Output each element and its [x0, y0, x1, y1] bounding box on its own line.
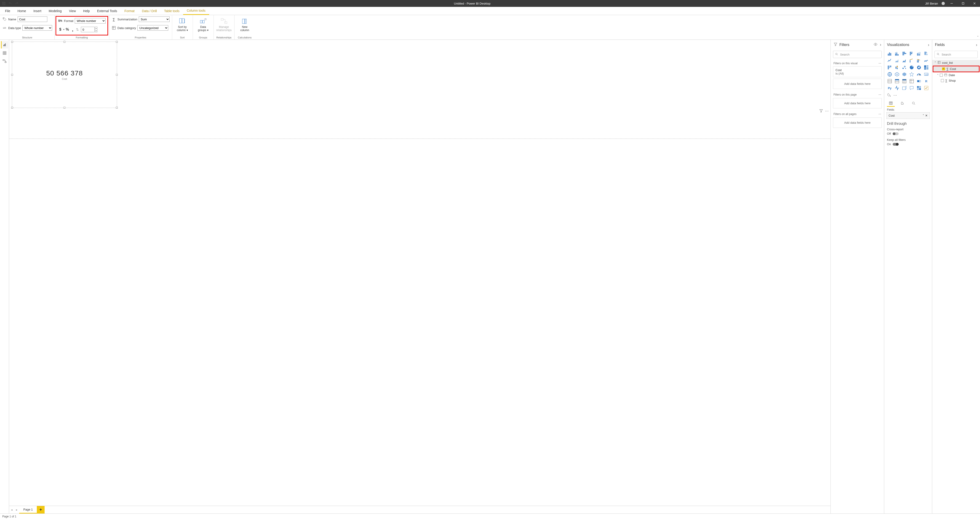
card-visual[interactable]: 50 566 378 Cost — [12, 41, 117, 108]
tab-data-drill[interactable]: Data / Drill — [138, 7, 161, 15]
visual-more-icon[interactable]: ⋯ — [825, 109, 829, 114]
field-well-cost[interactable]: Cost ˅✕ — [886, 112, 930, 119]
filter-card-cost[interactable]: Cost is (All) — [833, 66, 882, 77]
viz-type-16[interactable] — [916, 64, 922, 70]
viz-tab-analytics[interactable] — [910, 100, 918, 107]
drop-zone-page[interactable]: Add data fields here — [833, 98, 882, 108]
cross-report-toggle[interactable] — [892, 132, 899, 135]
viz-type-10[interactable] — [916, 57, 922, 64]
visual-filter-icon[interactable] — [819, 109, 823, 114]
dropdown-caret-icon[interactable]: ▾ — [63, 29, 64, 31]
summarization-select[interactable]: Sum — [139, 16, 170, 22]
format-select[interactable]: Whole number — [75, 18, 106, 24]
viz-type-28[interactable] — [916, 78, 922, 84]
field-cost[interactable]: ∑Cost — [933, 66, 979, 72]
spinner-icon[interactable]: ▴▾ — [95, 27, 97, 32]
collapse-pane-icon[interactable]: › — [976, 43, 977, 47]
tab-insert[interactable]: Insert — [30, 7, 45, 15]
name-input[interactable] — [18, 16, 47, 22]
viz-type-35[interactable] — [923, 85, 929, 91]
checkbox[interactable] — [942, 67, 945, 70]
viz-type-20[interactable] — [901, 71, 908, 77]
page-next-button[interactable]: ▸ — [14, 506, 19, 513]
paint-bucket-icon[interactable] — [887, 93, 891, 98]
tab-modeling[interactable]: Modeling — [45, 7, 65, 15]
report-view-button[interactable] — [1, 41, 8, 48]
viz-type-0[interactable] — [886, 51, 893, 57]
category-select[interactable]: Uncategorized — [137, 25, 168, 31]
tab-help[interactable]: Help — [80, 7, 94, 15]
chevron-down-icon[interactable]: ˅ — [923, 114, 924, 117]
viz-type-2[interactable] — [901, 51, 908, 57]
viz-type-18[interactable] — [886, 71, 893, 77]
minimize-button[interactable] — [947, 0, 956, 7]
sort-by-column-button[interactable]: Sort bycolumn ▾ — [174, 16, 191, 34]
tab-column-tools[interactable]: Column tools — [183, 7, 209, 15]
table-row-costlist[interactable]: ˄ cost_list — [932, 60, 980, 65]
save-icon[interactable] — [2, 1, 6, 6]
datatype-select[interactable]: Whole number — [22, 25, 52, 31]
remove-field-icon[interactable]: ✕ — [925, 114, 928, 117]
viz-type-15[interactable] — [908, 64, 915, 70]
viz-type-19[interactable] — [894, 71, 900, 77]
viz-type-34[interactable] — [916, 85, 922, 91]
viz-type-26[interactable] — [901, 78, 908, 84]
tab-view[interactable]: View — [65, 7, 80, 15]
decimals-input[interactable] — [81, 27, 95, 32]
viz-type-14[interactable] — [901, 64, 908, 70]
checkbox[interactable] — [941, 79, 944, 82]
viz-type-29[interactable]: R — [923, 78, 929, 84]
fields-search[interactable]: Search — [934, 51, 978, 58]
viz-tab-fields[interactable] — [887, 100, 895, 107]
collapse-pane-icon[interactable]: › — [928, 43, 929, 47]
data-view-button[interactable] — [1, 49, 8, 57]
more-icon[interactable]: ⋯ — [878, 62, 881, 65]
checkbox[interactable] — [940, 73, 943, 76]
viz-type-25[interactable] — [894, 78, 900, 84]
viz-type-11[interactable] — [923, 57, 929, 64]
viz-type-4[interactable] — [916, 51, 922, 57]
filters-search[interactable]: Search — [833, 51, 882, 58]
close-button[interactable] — [970, 0, 979, 7]
viz-type-1[interactable] — [894, 51, 900, 57]
add-page-button[interactable]: + — [37, 506, 45, 514]
field-date[interactable]: ˅Date — [932, 72, 980, 78]
redo-icon[interactable] — [14, 1, 19, 6]
viz-type-17[interactable] — [923, 64, 929, 70]
model-view-button[interactable] — [1, 57, 8, 65]
new-column-button[interactable]: Newcolumn — [237, 16, 253, 34]
viz-type-5[interactable] — [923, 51, 929, 57]
page-tab[interactable]: Page 1 — [19, 506, 37, 514]
viz-type-31[interactable] — [894, 85, 900, 91]
viz-type-32[interactable] — [901, 85, 908, 91]
tab-table-tools[interactable]: Table tools — [161, 7, 183, 15]
thousands-icon[interactable]: , — [70, 27, 75, 32]
data-groups-button[interactable]: Datagroups ▾ — [195, 16, 211, 34]
more-icon[interactable]: ⋯ — [878, 113, 881, 116]
collapse-pane-icon[interactable]: › — [880, 42, 881, 47]
eye-icon[interactable] — [873, 42, 878, 47]
viz-type-13[interactable] — [894, 64, 900, 70]
ribbon-collapse-icon[interactable]: ˄ — [977, 35, 978, 39]
percent-icon[interactable]: % — [65, 27, 70, 32]
field-shop[interactable]: ∑Shop — [932, 78, 980, 83]
tab-external-tools[interactable]: External Tools — [94, 7, 121, 15]
viz-type-27[interactable] — [908, 78, 915, 84]
tab-file[interactable]: File — [2, 7, 14, 15]
currency-icon[interactable]: $ — [58, 27, 63, 32]
viz-type-23[interactable]: 123 — [923, 71, 929, 77]
maximize-button[interactable] — [959, 0, 968, 7]
report-canvas[interactable]: 50 566 378 Cost ⋯ — [9, 40, 830, 506]
viz-type-33[interactable] — [908, 85, 915, 91]
avatar[interactable] — [942, 2, 945, 5]
more-icon[interactable]: ⋯ — [878, 93, 881, 96]
drop-zone-all[interactable]: Add data fields here — [833, 118, 882, 128]
viz-type-7[interactable] — [894, 57, 900, 64]
viz-tab-format[interactable] — [898, 100, 906, 107]
keep-filters-toggle[interactable] — [892, 143, 899, 146]
viz-type-8[interactable] — [901, 57, 908, 64]
more-icon[interactable]: ⋯ — [893, 93, 897, 97]
undo-icon[interactable] — [8, 1, 13, 6]
user-name[interactable]: Jiří Beran — [925, 2, 938, 5]
viz-type-21[interactable] — [908, 71, 915, 77]
